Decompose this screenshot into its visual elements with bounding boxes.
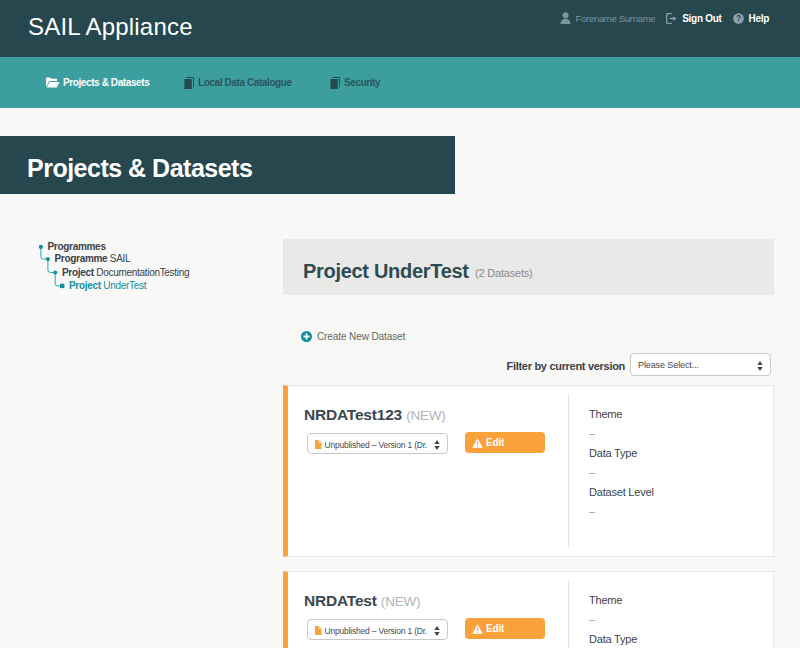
svg-text:?: ?: [736, 13, 741, 23]
